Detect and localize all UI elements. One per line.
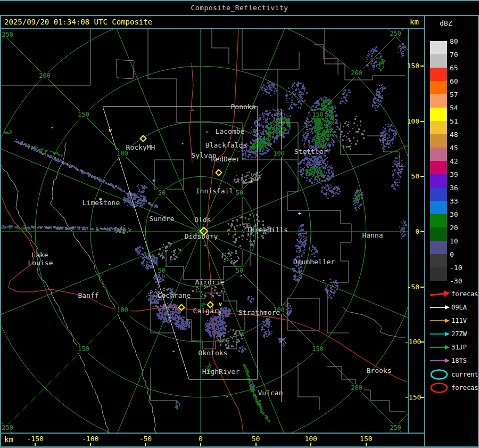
county-boundary: [154, 160, 184, 189]
dbz-scale-label: -30: [450, 277, 462, 285]
right-axis-tick: [420, 121, 424, 122]
dbz-swatch: [430, 134, 447, 148]
dbz-swatch: [430, 241, 447, 254]
track-arrow-label: 18TS: [451, 357, 467, 364]
bottom-axis-tick: [366, 443, 367, 446]
dbz-scale-label: 65: [450, 64, 458, 72]
radar-map[interactable]: 5050505010010010010015015015015020020020…: [1, 29, 408, 433]
ring-label: 250: [390, 30, 401, 37]
frame-line-map-bottom: [0, 433, 425, 434]
wind-v-marker: v: [219, 300, 222, 307]
right-axis-tick-label: 0: [404, 227, 419, 235]
right-axis-tick: [420, 287, 424, 288]
right-axis-tick-label: -100: [404, 338, 419, 346]
star-marker: *: [98, 196, 103, 204]
bottom-axis-tick: [145, 443, 146, 446]
track-arrow-label: 27ZW: [451, 330, 467, 338]
ring-label: 200: [351, 384, 362, 392]
dbz-scale-label: 51: [450, 117, 458, 125]
ring-label: 250: [2, 31, 13, 38]
bottom-axis-tick: [90, 443, 91, 446]
city-label-lake: Lake: [31, 251, 48, 259]
peak-caret-marker: ^: [226, 395, 229, 401]
dbz-swatch: [430, 161, 447, 174]
bottom-axis-tick-label: 100: [304, 435, 317, 443]
dbz-swatch: [430, 201, 447, 214]
city-label-strathmore: Strathmore: [238, 308, 280, 316]
window-title: Composite_Reflectivity: [0, 1, 479, 15]
dbz-swatch: [430, 174, 447, 188]
wind-v-marker: v: [109, 127, 112, 134]
dbz-swatch: [430, 188, 447, 201]
county-boundary: [298, 362, 319, 410]
dbz-swatch: [430, 94, 447, 108]
bottom-axis-tick: [35, 443, 36, 446]
radar-map-canvas: 5050505010010010010015015015015020020020…: [1, 29, 408, 433]
county-boundary: [212, 29, 229, 64]
precipitation-layer-p: [1, 43, 407, 416]
city-label-blackfalds: Blackfalds: [205, 141, 247, 149]
dbz-scale-label: 60: [450, 77, 458, 85]
dbz-scale-label: -10: [450, 264, 462, 272]
frame-line-panel-left: [424, 16, 425, 447]
ring-label: 100: [273, 150, 285, 157]
radar-application-window: Composite_Reflectivity 2025/09/20 01:34:…: [0, 0, 479, 448]
track-ellipse-label: current: [451, 371, 478, 378]
city-label-vulcan: Vulcan: [258, 389, 283, 397]
city-label-didsbury: Didsbury: [185, 232, 218, 240]
radar-site-center-dot: [203, 231, 204, 232]
bottom-axis-tick-label: 50: [252, 435, 260, 443]
city-label-brooks: Brooks: [367, 366, 392, 374]
track-ellipse-label: forecast: [451, 384, 479, 392]
bottom-axis-tick: [200, 443, 201, 446]
dbz-scale-label: 45: [450, 144, 458, 152]
bottom-axis-tick-label: -100: [82, 435, 98, 443]
city-label-hanna: Hanna: [362, 231, 383, 239]
bottom-axis-tick-label: 150: [360, 435, 372, 443]
track-arrow-label: 31JP: [451, 344, 467, 351]
star-marker: *: [250, 178, 254, 186]
plus-marker: +: [227, 250, 231, 257]
city-label-olds: Olds: [194, 216, 211, 224]
peak-caret-marker: ^: [240, 274, 243, 280]
county-boundary: [314, 45, 338, 75]
city-label-louise: Louise: [28, 259, 53, 267]
city-label-highriver: HighRiver: [202, 368, 240, 376]
dbz-scale-label: 70: [450, 51, 458, 59]
dbz-swatch: [430, 41, 447, 54]
city-label-okotoks: Okotoks: [199, 349, 228, 357]
county-boundary: [341, 123, 373, 154]
peak-caret-marker: ^: [172, 350, 175, 355]
dbz-swatch: [430, 227, 447, 241]
city-label-banff: Banff: [78, 291, 98, 299]
right-axis-tick-label: -50: [404, 283, 419, 291]
track-arrow-icon: [429, 289, 451, 299]
track-ellipse-icon: [429, 382, 449, 394]
dbz-scale-label: 57: [450, 91, 458, 99]
peak-caret-marker: ^: [51, 126, 54, 132]
right-axis-tick: [420, 397, 424, 398]
bottom-axis-tick-label: -150: [27, 435, 44, 443]
dbz-swatch: [430, 254, 447, 267]
county-boundary: [278, 52, 299, 69]
timestamp-label: 2025/09/20 01:34:08 UTC Composite: [4, 18, 152, 26]
ring-label: 50: [158, 267, 166, 274]
right-axis-tick: [420, 341, 424, 343]
ring-label: 50: [236, 189, 243, 197]
dbz-scale-label: 39: [450, 170, 458, 178]
city-label-lacombe: Lacombe: [216, 127, 245, 135]
peak-caret-marker: ^: [181, 142, 184, 148]
track-arrow-icon: [429, 303, 451, 312]
dbz-scale-label: 30: [450, 210, 458, 218]
county-boundary: [148, 29, 177, 123]
right-axis-tick-label: 150: [404, 62, 419, 70]
track-arrow-icon: [429, 343, 451, 352]
city-label-threehills: ThreeHills: [246, 226, 288, 234]
dbz-swatch: [430, 108, 447, 121]
city-label-cochrane: Cochrane: [158, 291, 191, 299]
dbz-scale-label: 42: [450, 157, 458, 165]
county-boundary: [342, 306, 406, 337]
dbz-scale-label: 10: [450, 237, 458, 245]
dbz-scale-label: 36: [450, 184, 458, 192]
plus-marker: +: [298, 210, 302, 217]
